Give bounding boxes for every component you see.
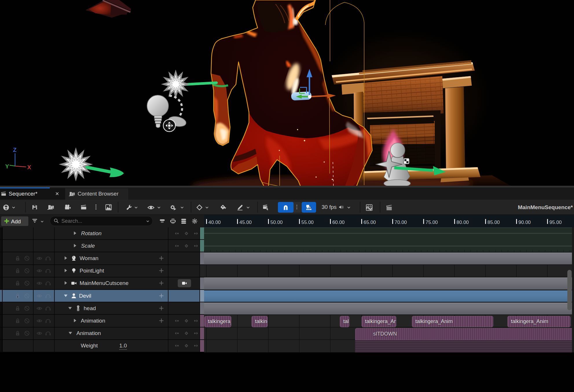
svg-text:X: X [27, 164, 31, 170]
svg-text:Z: Z [13, 147, 16, 153]
svg-text:Y: Y [5, 163, 9, 170]
